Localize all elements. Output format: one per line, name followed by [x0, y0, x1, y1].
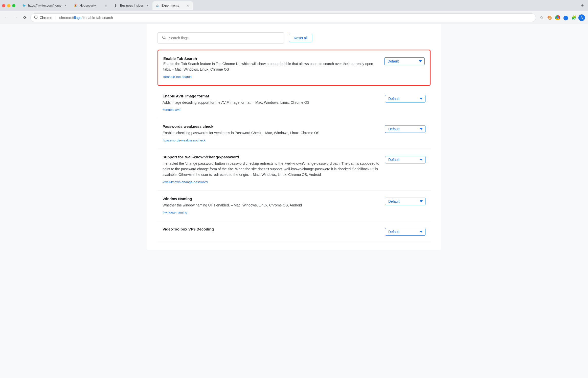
- flag-title-videotoolbox-vp9: VideoToolbox VP9 Decoding: [163, 227, 380, 231]
- flag-item-enable-avif: Enable AVIF image format Adds image deco…: [157, 88, 431, 118]
- flag-select-passwords-weakness-check[interactable]: DefaultEnabledDisabled: [385, 125, 425, 133]
- page-content: Reset all Enable Tab Search Enable the T…: [147, 24, 441, 250]
- url-scheme: chrome://: [59, 16, 74, 20]
- flag-content-enable-avif: Enable AVIF image format Adds image deco…: [163, 94, 380, 112]
- close-button[interactable]: [2, 4, 5, 7]
- flag-link-enable-avif[interactable]: #enable-avif: [163, 108, 180, 112]
- new-tab-button[interactable]: +: [579, 2, 586, 9]
- tab-label-tab-twitter: https://twitter.com/home: [28, 4, 61, 7]
- flag-select-wrapper-passwords-weakness-check: DefaultEnabledDisabled: [385, 125, 425, 133]
- avatar[interactable]: A: [578, 14, 585, 21]
- flag-desc-window-naming: Whether the window naming UI is enabled.…: [163, 202, 380, 208]
- flag-desc-enable-tab-search: Enable the Tab Search feature in Top Chr…: [163, 61, 379, 72]
- address-url: chrome://flags/#enable-tab-search: [59, 16, 113, 20]
- flag-select-wrapper-window-naming: DefaultEnabledDisabled: [385, 198, 425, 205]
- flag-item-videotoolbox-vp9: VideoToolbox VP9 Decoding DefaultEnabled…: [157, 221, 431, 242]
- flag-item-well-known-change-password: Support for .well-known/change-password …: [157, 149, 431, 191]
- flag-select-wrapper-enable-avif: DefaultEnabledDisabled: [385, 95, 425, 102]
- tab-icon-tab-experiments: 🔬: [155, 4, 160, 8]
- tab-tab-houseparty[interactable]: 🎉 Houseparty ✕: [71, 1, 111, 10]
- bookmark-star-icon[interactable]: ☆: [538, 14, 545, 21]
- minimize-button[interactable]: [7, 4, 10, 7]
- flag-link-well-known-change-password[interactable]: #well-known-change-password: [163, 180, 208, 184]
- svg-text:i: i: [36, 16, 36, 18]
- flag-content-passwords-weakness-check: Passwords weakness check Enables checkin…: [163, 124, 380, 142]
- flag-title-well-known-change-password: Support for .well-known/change-password: [163, 155, 380, 159]
- flag-content-window-naming: Window Naming Whether the window naming …: [163, 197, 380, 215]
- maximize-button[interactable]: [12, 4, 15, 7]
- flag-title-enable-avif: Enable AVIF image format: [163, 94, 380, 98]
- flags-list: Enable Tab Search Enable the Tab Search …: [157, 50, 431, 242]
- flag-select-enable-avif[interactable]: DefaultEnabledDisabled: [385, 95, 425, 102]
- title-bar: 🐦 https://twitter.com/home ✕ 🎉 Housepart…: [0, 0, 588, 11]
- color-ball-icon[interactable]: ⬤: [562, 14, 569, 21]
- flag-select-videotoolbox-vp9[interactable]: DefaultEnabledDisabled: [385, 228, 425, 236]
- flag-select-wrapper-videotoolbox-vp9: DefaultEnabledDisabled: [385, 228, 425, 236]
- tab-tab-bi[interactable]: BI Business Insider ✕: [111, 1, 152, 10]
- tab-label-tab-bi: Business Insider: [120, 4, 143, 7]
- flag-desc-well-known-change-password: If enabled the 'change password' button …: [163, 161, 380, 178]
- flag-title-window-naming: Window Naming: [163, 197, 380, 201]
- flag-title-passwords-weakness-check: Passwords weakness check: [163, 124, 380, 129]
- url-host: flags: [74, 16, 82, 20]
- svg-point-2: [163, 36, 165, 39]
- flag-title-enable-tab-search: Enable Tab Search: [163, 56, 197, 61]
- search-icon: [162, 35, 166, 41]
- tab-close-tab-houseparty[interactable]: ✕: [104, 4, 108, 8]
- chrome-icon[interactable]: [554, 14, 561, 21]
- flag-item-window-naming: Window Naming Whether the window naming …: [157, 191, 431, 221]
- tab-icon-tab-bi: BI: [114, 4, 118, 8]
- forward-button[interactable]: →: [12, 14, 19, 21]
- tab-icon-tab-houseparty: 🎉: [74, 4, 78, 8]
- flag-title-text-enable-tab-search: Enable Tab Search: [163, 56, 197, 61]
- search-flags-wrapper: [157, 32, 284, 44]
- reset-all-button[interactable]: Reset all: [289, 34, 312, 42]
- tab-tab-experiments[interactable]: 🔬 Experiments ✕: [152, 1, 193, 10]
- tab-close-tab-experiments[interactable]: ✕: [186, 4, 190, 8]
- puzzle-icon[interactable]: 🧩: [570, 14, 577, 21]
- flag-desc-enable-avif: Adds image decoding support for the AVIF…: [163, 100, 380, 105]
- flag-select-window-naming[interactable]: DefaultEnabledDisabled: [385, 198, 425, 205]
- tabs-bar: 🐦 https://twitter.com/home ✕ 🎉 Housepart…: [19, 1, 577, 10]
- secure-icon: i: [34, 15, 38, 20]
- flag-content-videotoolbox-vp9: VideoToolbox VP9 Decoding: [163, 227, 380, 233]
- address-separator: |: [55, 16, 56, 20]
- toolbar-icons: ☆ 🎨 ⬤ 🧩 A: [538, 14, 585, 21]
- address-site-label: Chrome: [40, 16, 52, 20]
- page-area: Reset all Enable Tab Search Enable the T…: [0, 24, 588, 378]
- address-bar-row: ← → ⟳ i Chrome | chrome://flags/#enable-…: [0, 11, 588, 24]
- search-flags-row: Reset all: [157, 32, 431, 44]
- url-path: /#enable-tab-search: [81, 16, 113, 20]
- flag-item-passwords-weakness-check: Passwords weakness check Enables checkin…: [157, 118, 431, 149]
- flag-item-enable-tab-search: Enable Tab Search Enable the Tab Search …: [157, 50, 431, 86]
- search-input[interactable]: [169, 36, 280, 40]
- tab-icon-tab-twitter: 🐦: [22, 4, 26, 8]
- tab-label-tab-houseparty: Houseparty: [80, 4, 102, 7]
- color-picker-icon[interactable]: 🎨: [546, 14, 553, 21]
- flag-select-enable-tab-search[interactable]: DefaultEnabledDisabled: [384, 57, 425, 65]
- flag-content-enable-tab-search: Enable Tab Search Enable the Tab Search …: [163, 56, 379, 79]
- tab-close-tab-twitter[interactable]: ✕: [63, 4, 67, 8]
- address-bar[interactable]: i Chrome | chrome://flags/#enable-tab-se…: [30, 13, 536, 22]
- flag-link-passwords-weakness-check[interactable]: #passwords-weakness-check: [163, 138, 206, 142]
- tab-label-tab-experiments: Experiments: [162, 4, 184, 7]
- traffic-lights: [2, 4, 15, 7]
- flag-content-well-known-change-password: Support for .well-known/change-password …: [163, 155, 380, 184]
- flag-desc-passwords-weakness-check: Enables checking passwords for weakness …: [163, 130, 380, 136]
- flag-link-enable-tab-search[interactable]: #enable-tab-search: [163, 75, 192, 79]
- flag-select-wrapper-enable-tab-search: DefaultEnabledDisabled: [384, 57, 425, 65]
- back-button[interactable]: ←: [3, 14, 10, 21]
- reload-button[interactable]: ⟳: [21, 14, 28, 21]
- svg-line-3: [165, 38, 166, 39]
- tab-tab-twitter[interactable]: 🐦 https://twitter.com/home ✕: [19, 1, 71, 10]
- flag-select-wrapper-well-known-change-password: DefaultEnabledDisabled: [385, 156, 425, 163]
- flag-link-window-naming[interactable]: #window-naming: [163, 211, 187, 214]
- flag-select-well-known-change-password[interactable]: DefaultEnabledDisabled: [385, 156, 425, 163]
- tab-close-tab-bi[interactable]: ✕: [145, 4, 149, 8]
